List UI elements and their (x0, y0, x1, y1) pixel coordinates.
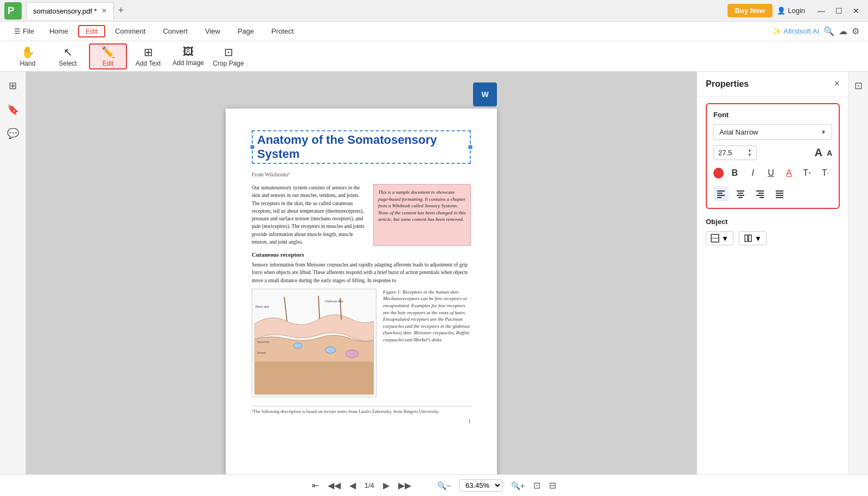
crop-icon: ⊡ (224, 46, 233, 59)
nav-prev-prev-button[interactable]: ◀◀ (328, 480, 341, 491)
font-size-value: 27.5 (718, 149, 748, 157)
font-name-value: Arial Narrow (719, 128, 758, 136)
object-distribute-dropdown[interactable]: ▼ (739, 231, 767, 245)
word-export-icon[interactable]: W (473, 82, 497, 106)
ai-icon: ✨ (773, 27, 781, 35)
hand-icon: ✋ (21, 46, 35, 59)
footnote: ¹The following description is based on l… (252, 406, 471, 414)
font-color-a-button[interactable]: A (782, 166, 796, 181)
hand-tool-button[interactable]: ✋ Hand (9, 43, 47, 69)
buy-now-button[interactable]: Buy Now (727, 4, 773, 17)
source-label: From Wikibooks¹ (252, 171, 471, 177)
svg-text:Glabrous skin: Glabrous skin (325, 300, 343, 303)
svg-rect-33 (745, 235, 748, 241)
toolbar: ✋ Hand ↖ Select ✏️ Edit ⊞ Add Text 🖼 Add… (0, 41, 868, 72)
align-left-button[interactable] (713, 186, 729, 201)
edit-icon: ✏️ (101, 46, 115, 59)
hand-tool-label: Hand (20, 60, 36, 67)
font-section: Font Arial Narrow ▼ 27.5 ▲ ▼ (706, 103, 840, 209)
maximize-button[interactable]: ☐ (831, 3, 846, 18)
edit-tool-label: Edit (103, 60, 114, 67)
sidebar-comment-icon[interactable]: 💬 (3, 124, 23, 143)
object-align-arrow: ▼ (722, 234, 729, 243)
align-justify-button[interactable] (772, 186, 787, 201)
svg-text:Hairy skin: Hairy skin (256, 305, 269, 308)
tab-close-button[interactable]: ✕ (101, 7, 107, 15)
nav-next-next-button[interactable]: ▶▶ (398, 480, 411, 491)
menu-bar: ☰ File Home Edit Comment Convert View Pa… (0, 22, 868, 41)
add-text-button[interactable]: ⊞ Add Text (129, 43, 167, 69)
svg-point-8 (346, 350, 359, 358)
crop-page-button[interactable]: ⊡ Crop Page (209, 43, 247, 69)
align-right-button[interactable] (752, 186, 768, 201)
crop-page-label: Crop Page (213, 60, 244, 67)
app-logo: P (4, 2, 22, 20)
new-tab-button[interactable]: + (118, 5, 124, 16)
bottom-bar: ⇤ ◀◀ ◀ 1/4 ▶ ▶▶ 🔍− 63.45% 50% 75% 100% 1… (0, 474, 868, 496)
bold-button[interactable]: B (728, 166, 742, 181)
menu-protect[interactable]: Protect (264, 25, 301, 37)
menu-view[interactable]: View (197, 25, 228, 37)
properties-title: Properties (706, 79, 749, 89)
select-icon: ↖ (63, 46, 73, 59)
increase-font-button[interactable]: A (814, 147, 822, 159)
document-tab[interactable]: somatosensory.pdf * ✕ (26, 2, 114, 20)
minimize-button[interactable]: — (814, 3, 829, 18)
document-title: Anatomy of the Somatosensory System (257, 133, 437, 161)
svg-text:P: P (8, 5, 14, 16)
italic-button[interactable]: I (746, 166, 760, 181)
intro-text: Our somatosensory system consists of sen… (252, 184, 367, 246)
font-section-label: Font (713, 111, 832, 119)
sidebar-thumbnail-icon[interactable]: ⊞ (3, 76, 23, 96)
file-menu[interactable]: ☰ File (9, 25, 40, 37)
properties-close-button[interactable]: × (834, 78, 840, 90)
login-button[interactable]: 👤 Login (777, 7, 805, 15)
right-sidebar-icon1[interactable]: ⊡ (849, 76, 869, 96)
superscript-button[interactable]: T+ (800, 166, 814, 181)
nav-first-button[interactable]: ⇤ (312, 480, 319, 491)
nav-next-button[interactable]: ▶ (383, 480, 390, 491)
zoom-level-select[interactable]: 63.45% 50% 75% 100% 125% 150% (459, 479, 502, 492)
select-tool-label: Select (59, 60, 76, 67)
close-window-button[interactable]: ✕ (848, 3, 864, 18)
hamburger-icon: ☰ (14, 27, 21, 35)
font-name-dropdown[interactable]: Arial Narrow ▼ (713, 124, 832, 140)
edit-tool-button[interactable]: ✏️ Edit (89, 43, 127, 69)
font-size-up-arrow[interactable]: ▲ (748, 148, 752, 152)
font-size-input[interactable]: 27.5 ▲ ▼ (713, 145, 757, 160)
menu-comment[interactable]: Comment (107, 25, 153, 37)
right-sidebar: ⊡ (848, 72, 868, 474)
underline-button[interactable]: U (764, 166, 777, 181)
add-image-button[interactable]: 🖼 Add Image (169, 43, 207, 69)
object-section-label: Object (706, 218, 840, 226)
cloud-button[interactable]: ☁ (839, 26, 847, 36)
fit-width-button[interactable]: ⊟ (549, 480, 556, 491)
menu-page[interactable]: Page (230, 25, 261, 37)
object-align-dropdown[interactable]: ▼ (706, 231, 733, 245)
section-text: Sensory information from Meissner corpus… (252, 261, 471, 284)
menu-edit[interactable]: Edit (78, 25, 105, 37)
add-image-icon: 🖼 (183, 46, 194, 58)
section-heading: Cutaneous receptors (252, 251, 471, 258)
menu-home[interactable]: Home (42, 25, 76, 37)
align-center-button[interactable] (733, 186, 748, 201)
zoom-in-button[interactable]: 🔍+ (511, 481, 525, 490)
zoom-out-button[interactable]: 🔍− (437, 481, 451, 490)
user-icon: 👤 (777, 7, 786, 15)
nav-prev-button[interactable]: ◀ (349, 480, 356, 491)
select-tool-button[interactable]: ↖ Select (49, 43, 87, 69)
page-info: 1/4 (365, 481, 374, 489)
font-size-down-arrow[interactable]: ▼ (748, 153, 752, 157)
sidebar-bookmark-icon[interactable]: 🔖 (3, 100, 23, 119)
document-area: W Anatomy of the Somatosensory System Fr… (26, 72, 697, 474)
svg-text:Epidermis: Epidermis (257, 340, 270, 344)
subscript-button[interactable]: T- (819, 166, 832, 181)
menu-convert[interactable]: Convert (155, 25, 195, 37)
search-button[interactable]: 🔍 (824, 26, 834, 36)
add-text-label: Add Text (136, 60, 161, 67)
decrease-font-button[interactable]: A (827, 147, 832, 159)
text-color-button[interactable]: A (713, 168, 724, 179)
ai-button[interactable]: ✨ Afirstsoft AI (773, 27, 819, 35)
fit-page-button[interactable]: ⊡ (533, 480, 540, 491)
settings-button[interactable]: ⚙ (852, 26, 859, 36)
